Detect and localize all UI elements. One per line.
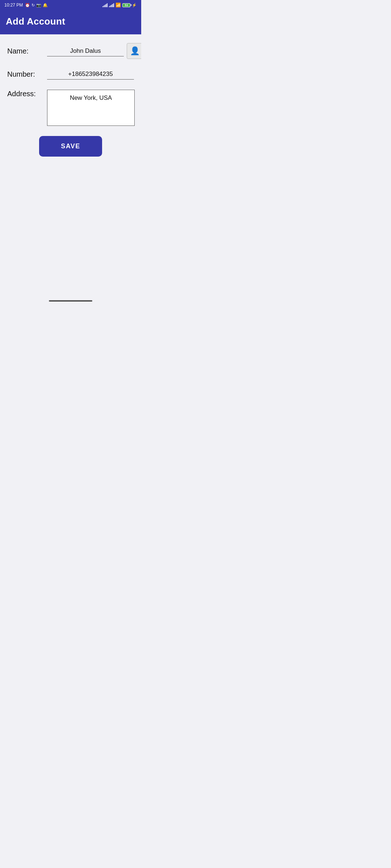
- name-input-wrapper: 👤: [47, 43, 141, 59]
- wifi-icon: 📶: [115, 3, 121, 8]
- signal-bars-1: [102, 3, 108, 7]
- bottom-nav-indicator: [49, 300, 92, 302]
- instagram-icon: 📷: [36, 3, 41, 8]
- name-label: Name:: [7, 47, 47, 55]
- page-title: Add Account: [6, 16, 65, 27]
- signal-bar: [111, 5, 112, 7]
- app-bar: Add Account: [0, 10, 141, 34]
- signal-bar: [107, 3, 108, 7]
- address-row: Address:: [7, 90, 134, 126]
- signal-bars-2: [109, 3, 114, 7]
- signal-bar: [113, 3, 114, 7]
- number-row: Number:: [7, 69, 134, 80]
- notification-icon: 🔔: [43, 3, 48, 8]
- signal-bar: [110, 5, 111, 7]
- signal-bar: [105, 5, 105, 7]
- signal-bar: [102, 6, 103, 7]
- charging-icon: ⚡: [132, 3, 137, 8]
- battery-icon: 53: [122, 3, 130, 7]
- status-bar-left: 10:27 PM ⏰ ↻ 📷 🔔: [4, 3, 48, 8]
- signal-bar: [112, 4, 113, 7]
- save-button[interactable]: SAVE: [39, 136, 102, 157]
- form-content: Name: 👤 Number: Address: SAVE: [0, 34, 141, 165]
- address-label: Address:: [7, 90, 47, 98]
- number-input-wrapper: [47, 69, 134, 80]
- signal-bar: [104, 5, 104, 7]
- status-time: 10:27 PM: [4, 3, 23, 8]
- status-bar-right: 📶 53 ⚡: [102, 3, 137, 8]
- status-bar: 10:27 PM ⏰ ↻ 📷 🔔 📶 53: [0, 0, 141, 10]
- contact-pick-button[interactable]: 👤: [127, 43, 141, 59]
- battery-text: 53: [125, 4, 128, 7]
- sync-icon: ↻: [31, 3, 35, 8]
- name-input[interactable]: [47, 46, 124, 56]
- number-input[interactable]: [47, 69, 134, 80]
- battery-container: 53: [122, 3, 130, 7]
- address-input[interactable]: [47, 90, 135, 126]
- address-input-wrapper: [47, 90, 135, 126]
- signal-bar: [109, 6, 110, 7]
- alarm-icon: ⏰: [25, 3, 30, 8]
- contact-icon: 👤: [130, 46, 140, 56]
- name-row: Name: 👤: [7, 43, 134, 59]
- status-icons: ⏰ ↻ 📷 🔔: [25, 3, 48, 8]
- save-button-row: SAVE: [7, 136, 134, 157]
- signal-bar: [106, 4, 106, 7]
- number-label: Number:: [7, 70, 47, 78]
